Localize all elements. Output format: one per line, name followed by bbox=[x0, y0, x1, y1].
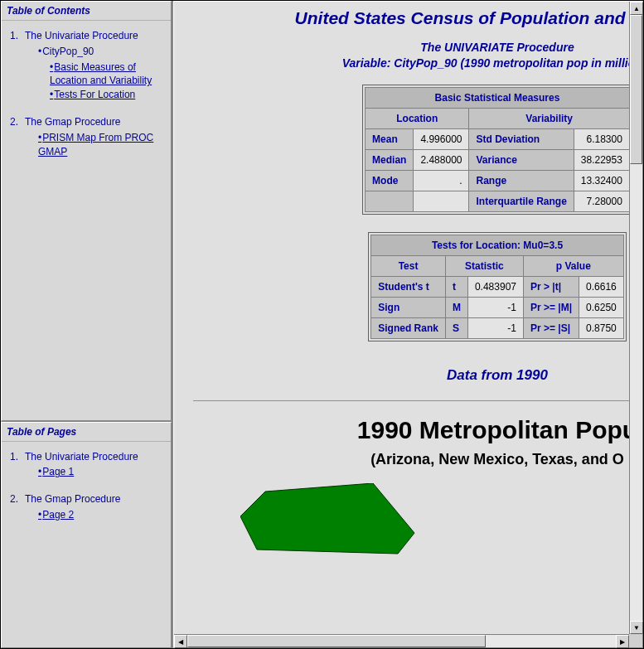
toc-panel: Table of Contents 1. The Univariate Proc… bbox=[1, 1, 172, 422]
data-from-label: Data from 1990 bbox=[174, 367, 629, 384]
pages-body: 1. The Univariate Procedure Page 1 2. Th… bbox=[2, 442, 171, 540]
scrollbar-corner bbox=[629, 634, 642, 647]
page-subtitle: The UNIVARIATE Procedure Variable: CityP… bbox=[174, 40, 629, 71]
basic-measures-table: Basic Statistical Measures Location Vari… bbox=[362, 85, 629, 215]
vertical-scroll-thumb[interactable] bbox=[630, 15, 642, 164]
horizontal-scroll-track[interactable] bbox=[187, 635, 616, 647]
pages-item-1: 1. The Univariate Procedure Page 1 bbox=[7, 450, 166, 480]
map-subtitle: (Arizona, New Mexico, Texas, and O bbox=[174, 451, 629, 468]
table-row: Sign M -1 Pr >= |M| 0.6250 bbox=[371, 297, 624, 317]
toc-link-tests-location[interactable]: Tests For Location bbox=[50, 89, 135, 100]
main-panel: United States Census of Population and H… bbox=[173, 1, 643, 648]
scroll-left-button[interactable]: ◀ bbox=[174, 635, 187, 648]
scroll-down-button[interactable]: ▼ bbox=[630, 621, 643, 634]
section-divider bbox=[193, 400, 629, 401]
sidebar: Table of Contents 1. The Univariate Proc… bbox=[1, 1, 173, 648]
table-row: Signed Rank S -1 Pr >= |S| 0.8750 bbox=[371, 317, 624, 338]
toc-item-gmap: 2. The Gmap Procedure PRISM Map From PRO… bbox=[7, 115, 166, 158]
svg-marker-0 bbox=[240, 483, 414, 554]
toc-label-univariate[interactable]: The Univariate Procedure bbox=[25, 30, 138, 41]
horizontal-scrollbar[interactable]: ◀ ▶ bbox=[174, 634, 629, 647]
horizontal-scroll-thumb[interactable] bbox=[187, 635, 486, 647]
table-row: Median 2.488000 Variance 38.22953 bbox=[366, 149, 629, 170]
pages-title: Table of Pages bbox=[2, 423, 171, 442]
map-graphic bbox=[207, 483, 629, 566]
toc-label-gmap[interactable]: The Gmap Procedure bbox=[25, 116, 120, 128]
table-row: Mean 4.996000 Std Deviation 6.18300 bbox=[366, 128, 629, 149]
map-shape-green bbox=[240, 483, 431, 558]
vertical-scroll-track[interactable] bbox=[630, 15, 642, 621]
toc-link-prism-map[interactable]: PRISM Map From PROC GMAP bbox=[38, 132, 153, 157]
vertical-scrollbar[interactable]: ▲ ▼ bbox=[629, 2, 642, 634]
table-row: Interquartile Range 7.28000 bbox=[366, 191, 629, 211]
table-row: Mode . Range 13.32400 bbox=[366, 170, 629, 191]
scroll-right-button[interactable]: ▶ bbox=[616, 635, 629, 648]
toc-link-basic-measures[interactable]: Basic Measures of Location and Variabili… bbox=[50, 61, 152, 87]
pages-link-page-2[interactable]: Page 2 bbox=[38, 509, 74, 521]
map-title: 1990 Metropolitan Popu bbox=[174, 416, 629, 444]
tests-location-table: Tests for Location: Mu0=3.5 Test Statist… bbox=[368, 232, 627, 341]
scroll-up-button[interactable]: ▲ bbox=[630, 2, 643, 15]
toc-body: 1. The Univariate Procedure CityPop_90 B… bbox=[2, 21, 171, 177]
pages-item-2: 2. The Gmap Procedure Page 2 bbox=[7, 492, 166, 522]
toc-sub-citypop: CityPop_90 Basic Measures of Location an… bbox=[38, 45, 166, 102]
toc-title: Table of Contents bbox=[2, 2, 171, 21]
table-row: Student's t t 0.483907 Pr > |t| 0.6616 bbox=[371, 276, 624, 297]
main-scroll[interactable]: United States Census of Population and H… bbox=[174, 2, 629, 571]
page-title: United States Census of Population and H… bbox=[174, 8, 629, 28]
pages-panel: Table of Pages 1. The Univariate Procedu… bbox=[1, 422, 172, 648]
pages-link-page-1[interactable]: Page 1 bbox=[38, 466, 74, 477]
toc-item-univariate: 1. The Univariate Procedure CityPop_90 B… bbox=[7, 29, 166, 102]
